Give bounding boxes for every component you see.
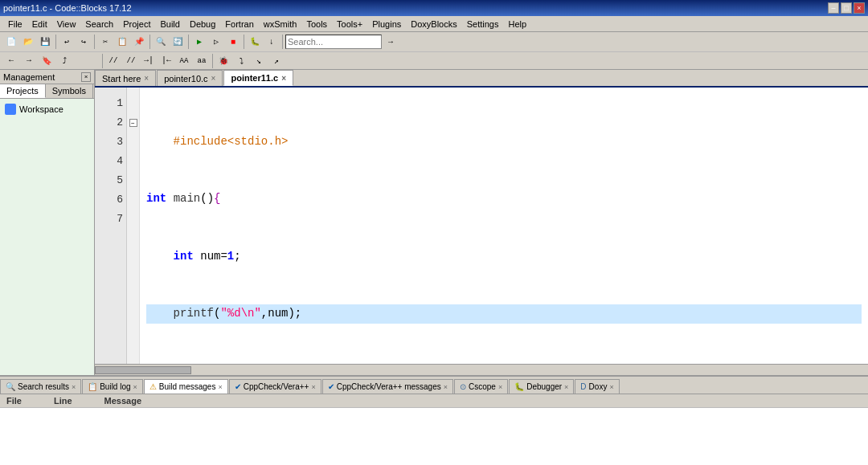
save-button[interactable]: 💾: [37, 34, 53, 50]
unindent-button[interactable]: |←: [158, 53, 174, 69]
bottom-panel: 🔍 Search results × 📋 Build log × ⚠ Build…: [0, 375, 868, 465]
col-message: Message: [104, 396, 141, 406]
search-input[interactable]: [285, 35, 382, 49]
cut-button[interactable]: ✂: [97, 34, 113, 50]
new-button[interactable]: 📄: [3, 34, 19, 50]
indent-button[interactable]: →|: [141, 53, 157, 69]
bottom-tab-search[interactable]: 🔍 Search results ×: [0, 379, 81, 394]
menu-doxyblocks[interactable]: DoxyBlocks: [406, 18, 461, 31]
stop-button[interactable]: ■: [225, 34, 241, 50]
tab-start-here[interactable]: Start here ×: [95, 70, 156, 86]
tab-pointer11-close[interactable]: ×: [281, 74, 286, 83]
comment-button[interactable]: //: [105, 53, 121, 69]
sidebar-close-button[interactable]: ×: [81, 72, 91, 82]
goto-button[interactable]: ⤴: [56, 53, 72, 69]
open-button[interactable]: 📂: [20, 34, 36, 50]
code-line-2: int main(){: [146, 190, 862, 209]
bottom-tab-doxy-close[interactable]: ×: [609, 383, 613, 391]
menu-tools-plus[interactable]: Tools+: [332, 18, 367, 31]
forward-button[interactable]: →: [21, 53, 37, 69]
undo-button[interactable]: ↩: [59, 34, 75, 50]
menu-help[interactable]: Help: [503, 18, 531, 31]
uppercase-button[interactable]: AA: [176, 53, 192, 69]
window-controls: – □ ×: [828, 2, 865, 14]
separator-2: [94, 35, 95, 49]
bottom-tab-buildmsg-close[interactable]: ×: [218, 383, 222, 391]
tab-pointer11-label: pointer11.c: [231, 73, 278, 83]
separator-4: [188, 35, 189, 49]
step-button[interactable]: ↓: [264, 34, 280, 50]
lowercase-button[interactable]: aa: [194, 53, 210, 69]
bottom-tab-search-label: Search results: [18, 382, 69, 391]
menu-edit[interactable]: Edit: [27, 18, 52, 31]
menu-view[interactable]: View: [52, 18, 81, 31]
bottom-tab-cscope-close[interactable]: ×: [498, 383, 502, 391]
workspace-item[interactable]: Workspace: [3, 102, 91, 116]
bottom-tab-cppcheck2[interactable]: ✔ CppCheck/Vera++ messages ×: [322, 379, 453, 394]
menu-fortran[interactable]: Fortran: [220, 18, 258, 31]
editor-tab-bar: Start here × pointer10.c × pointer11.c ×: [95, 70, 868, 88]
bottom-tab-buildlog-label: Build log: [100, 382, 130, 391]
bottom-tab-cppcheck1-close[interactable]: ×: [311, 383, 315, 391]
tab-pointer10-close[interactable]: ×: [211, 74, 216, 83]
bottom-tab-bar: 🔍 Search results × 📋 Build log × ⚠ Build…: [0, 377, 868, 394]
bottom-tab-buildlog[interactable]: 📋 Build log ×: [82, 379, 143, 394]
debug-button[interactable]: 🐛: [247, 34, 263, 50]
sidebar-tab-projects[interactable]: Projects: [0, 84, 46, 98]
close-button[interactable]: ×: [854, 2, 865, 14]
copy-button[interactable]: 📋: [114, 34, 130, 50]
build-run-button[interactable]: ▶: [191, 34, 207, 50]
code-line-1: #include<stdio.h>: [146, 133, 862, 152]
main-layout: Management × Projects Symbols Workspace …: [0, 70, 868, 375]
bottom-tab-debugger-close[interactable]: ×: [564, 383, 568, 391]
hscroll-thumb[interactable]: [95, 366, 191, 374]
tab-pointer11[interactable]: pointer11.c ×: [223, 70, 293, 86]
code-content[interactable]: #include<stdio.h> int main(){ int num=1;…: [140, 88, 868, 364]
search-go-button[interactable]: →: [383, 34, 399, 50]
run-button[interactable]: ▷: [208, 34, 224, 50]
bottom-tab-cppcheck1[interactable]: ✔ CppCheck/Vera++ ×: [229, 379, 321, 394]
separator-3: [149, 35, 150, 49]
bottom-tab-cscope[interactable]: ⊙ Cscope ×: [454, 379, 508, 394]
fold-icon-2[interactable]: −: [129, 119, 137, 127]
debug2-button[interactable]: 🐞: [215, 53, 231, 69]
gutter-4: [127, 152, 139, 171]
menu-project[interactable]: Project: [118, 18, 155, 31]
horizontal-scrollbar[interactable]: [95, 364, 868, 375]
menu-file[interactable]: File: [3, 18, 27, 31]
bottom-tab-debugger[interactable]: 🐛 Debugger ×: [509, 379, 574, 394]
step-into-button[interactable]: ↘: [251, 53, 267, 69]
step-out-button[interactable]: ↗: [268, 53, 285, 69]
bottom-tab-buildmsg[interactable]: ⚠ Build messages ×: [144, 379, 228, 394]
hscroll-track[interactable]: [95, 366, 868, 374]
back-button[interactable]: ←: [3, 53, 19, 69]
menu-plugins[interactable]: Plugins: [367, 18, 406, 31]
toolbar-area: 📄 📂 💾 ↩ ↪ ✂ 📋 📌 🔍 🔄 ▶ ▷ ■ 🐛 ↓ → ← → 🔖 ⤴: [0, 32, 868, 70]
menu-search[interactable]: Search: [80, 18, 118, 31]
tab-pointer10[interactable]: pointer10.c ×: [157, 70, 223, 86]
paste-button[interactable]: 📌: [131, 34, 147, 50]
redo-button[interactable]: ↪: [76, 34, 92, 50]
bottom-tab-doxy[interactable]: D Doxy ×: [575, 379, 619, 394]
bookmark-button[interactable]: 🔖: [39, 53, 55, 69]
menu-build[interactable]: Build: [155, 18, 184, 31]
col-file: File: [6, 396, 22, 406]
next-step-button[interactable]: ⤵: [233, 53, 249, 69]
workspace-icon: [5, 104, 16, 115]
bottom-tab-search-close[interactable]: ×: [72, 383, 76, 391]
tab-start-here-close[interactable]: ×: [144, 74, 149, 83]
bottom-tab-buildlog-close[interactable]: ×: [133, 383, 137, 391]
tab-pointer10-label: pointer10.c: [164, 74, 207, 84]
menu-debug[interactable]: Debug: [185, 18, 220, 31]
menu-settings[interactable]: Settings: [462, 18, 504, 31]
uncomment-button[interactable]: //: [123, 53, 139, 69]
sidebar-tab-symbols[interactable]: Symbols: [46, 84, 93, 98]
bottom-tab-cppcheck2-close[interactable]: ×: [444, 383, 448, 391]
menu-wxsmith[interactable]: wxSmith: [259, 18, 302, 31]
find-button[interactable]: 🔍: [153, 34, 169, 50]
bottom-content: File Line Message: [0, 394, 868, 465]
maximize-button[interactable]: □: [841, 2, 852, 14]
replace-button[interactable]: 🔄: [170, 34, 186, 50]
menu-tools[interactable]: Tools: [301, 18, 332, 31]
minimize-button[interactable]: –: [828, 2, 839, 14]
